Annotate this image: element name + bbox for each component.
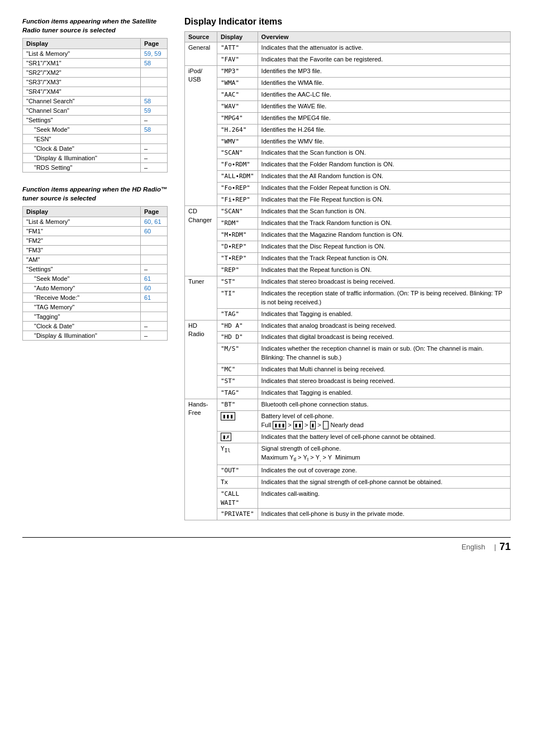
source-cell: CD Changer bbox=[185, 206, 217, 276]
overview-cell: Indicates that the signal strength of ce… bbox=[258, 477, 510, 489]
section2-title: Function items appearing when the HD Rad… bbox=[22, 185, 168, 203]
table-row: "WMA"Identifies the WMA file. bbox=[185, 77, 511, 89]
col-source: Source bbox=[185, 32, 217, 42]
display-cell: ▮✗ bbox=[217, 431, 258, 443]
table-row: "Display & Illumination" bbox=[23, 331, 141, 341]
overview-cell: Indicates whether the reception channel … bbox=[258, 343, 510, 364]
display-cell: "BT" bbox=[217, 399, 258, 411]
display-cell: ▮▮▮ bbox=[217, 411, 258, 432]
display-cell: "RDM" bbox=[217, 218, 258, 229]
display-cell: "ATT" bbox=[217, 42, 258, 54]
overview-cell: Indicates that the Scan function is ON. bbox=[258, 206, 510, 218]
overview-cell: Indicates that the Scan function is ON. bbox=[258, 147, 510, 159]
source-cell: Hands- Free bbox=[185, 399, 217, 520]
table-row: "List & Memory" bbox=[23, 49, 141, 59]
display-cell: "WMV" bbox=[217, 136, 258, 147]
battery-icon: ▮▮▮ bbox=[221, 412, 235, 420]
overview-cell: Identifies the MPEG4 file. bbox=[258, 112, 510, 124]
display-cell: "SCAN" bbox=[217, 147, 258, 159]
table-row: Hands- Free"BT"Bluetooth cell-phone conn… bbox=[185, 399, 511, 411]
overview-cell: Indicates that stereo broadcast is being… bbox=[258, 376, 510, 387]
display-cell: "M/S" bbox=[217, 343, 258, 364]
overview-cell: Battery level of cell-phone.Full ▮▮▮ > ▮… bbox=[258, 411, 510, 432]
page-footer: English | 71 bbox=[22, 537, 511, 553]
section1-title: Function items appearing when the Satell… bbox=[22, 17, 168, 35]
battery-level-text: Full ▮▮▮ > ▮▮ > ▮ > Nearly dead bbox=[261, 422, 364, 428]
source-cell: HD Radio bbox=[185, 320, 217, 399]
page-cell bbox=[141, 87, 168, 97]
overview-cell: Identifies the MP3 file. bbox=[258, 65, 510, 77]
table-row: "RDS Setting" bbox=[23, 163, 141, 173]
display-cell: "MP3" bbox=[217, 65, 258, 77]
overview-cell: Signal strength of cell-phone.Maximum YI… bbox=[258, 443, 510, 465]
col-page-2: Page bbox=[141, 207, 168, 217]
display-cell: "AAC" bbox=[217, 89, 258, 101]
table-row: "TI"Indicates the reception state of tra… bbox=[185, 288, 511, 308]
display-cell: "HD A" bbox=[217, 320, 258, 332]
table-row: "Channel Scan" bbox=[23, 106, 141, 116]
right-heading: Display Indicator items bbox=[184, 17, 511, 27]
table-row: "Display & Illumination" bbox=[23, 154, 141, 163]
display-cell: "ST" bbox=[217, 276, 258, 288]
indicator-table: Source Display Overview General"ATT"Indi… bbox=[184, 31, 511, 520]
table-row: "Seek Mode" bbox=[23, 125, 141, 135]
section2: Function items appearing when the HD Rad… bbox=[22, 185, 168, 341]
table-row: "RDM"Indicates that the Track Random fun… bbox=[185, 218, 511, 229]
overview-cell: Indicates that Tagging is enabled. bbox=[258, 308, 510, 320]
table-row: ▮✗Indicates that the battery level of ce… bbox=[185, 431, 511, 443]
table-row: "HD D"Indicates that digital broadcast i… bbox=[185, 332, 511, 343]
table-row: "Receive Mode:" bbox=[23, 293, 141, 303]
table-row: "Clock & Date" bbox=[23, 144, 141, 154]
section1-table: Display Page "List & Memory"59, 59"SR1"/… bbox=[22, 38, 168, 173]
page-cell: 61 bbox=[141, 293, 168, 303]
table-row: Tuner"ST"Indicates that stereo broadcast… bbox=[185, 276, 511, 288]
display-cell: Tx bbox=[217, 477, 258, 489]
table-row: "H.264"Identifies the H.264 file. bbox=[185, 124, 511, 136]
display-cell: "TAG" bbox=[217, 387, 258, 399]
left-column: Function items appearing when the Satell… bbox=[22, 17, 168, 341]
table-row: ▮▮▮Battery level of cell-phone.Full ▮▮▮ … bbox=[185, 411, 511, 432]
section1: Function items appearing when the Satell… bbox=[22, 17, 168, 173]
table-row: "M•RDM"Indicates that the Magazine Rando… bbox=[185, 229, 511, 241]
table-row: "Auto Memory" bbox=[23, 284, 141, 293]
overview-cell: Indicates that the Disc Repeat function … bbox=[258, 241, 510, 252]
tx-icon: Tx bbox=[221, 479, 228, 486]
footer-page-number: 71 bbox=[499, 541, 511, 553]
overview-cell: Identifies the H.264 file. bbox=[258, 124, 510, 136]
page-cell: 60 bbox=[141, 227, 168, 236]
table-row: "TAG Memory" bbox=[23, 303, 141, 312]
table-row: "Seek Mode" bbox=[23, 274, 141, 284]
table-row: "MPG4"Identifies the MPEG4 file. bbox=[185, 112, 511, 124]
page-cell bbox=[141, 312, 168, 322]
overview-cell: Bluetooth cell-phone connection status. bbox=[258, 399, 510, 411]
table-row: "WMV"Identifies the WMV file. bbox=[185, 136, 511, 147]
display-cell: "ALL•RDM" bbox=[217, 171, 258, 183]
table-row: "Fo•REP"Indicates that the Folder Repeat… bbox=[185, 183, 511, 194]
display-cell: "TI" bbox=[217, 288, 258, 308]
overview-cell: Indicates that the attenuator is active. bbox=[258, 42, 510, 54]
display-cell: YIl bbox=[217, 443, 258, 465]
overview-cell: Indicates that the battery level of cell… bbox=[258, 431, 510, 443]
display-cell: "WMA" bbox=[217, 77, 258, 89]
overview-cell: Indicates that the Folder Repeat functio… bbox=[258, 183, 510, 194]
display-cell: "MC" bbox=[217, 364, 258, 376]
table-row: "D•REP"Indicates that the Disc Repeat fu… bbox=[185, 241, 511, 252]
table-row: "FM1" bbox=[23, 227, 141, 236]
right-column: Display Indicator items Source Display O… bbox=[184, 17, 511, 520]
page-cell bbox=[141, 236, 168, 246]
source-cell: Tuner bbox=[185, 276, 217, 320]
display-cell: "H.264" bbox=[217, 124, 258, 136]
overview-cell: Indicates that the All Random function i… bbox=[258, 171, 510, 183]
col-overview: Overview bbox=[258, 32, 510, 42]
display-cell: "ST" bbox=[217, 376, 258, 387]
page-cell bbox=[141, 135, 168, 144]
table-row: iPod/ USB"MP3"Identifies the MP3 file. bbox=[185, 65, 511, 77]
page-cell: – bbox=[141, 116, 168, 125]
overview-cell: Indicates that digital broadcast is bein… bbox=[258, 332, 510, 343]
signal-level-text: Maximum YIl > YI > Y, > Y Minimum bbox=[261, 454, 360, 461]
table-row: HD Radio"HD A"Indicates that analog broa… bbox=[185, 320, 511, 332]
table-row: "SR1"/"XM1" bbox=[23, 59, 141, 68]
page-cell: 59, 59 bbox=[141, 49, 168, 59]
table-row: General"ATT"Indicates that the attenuato… bbox=[185, 42, 511, 54]
overview-cell: Indicates that analog broadcast is being… bbox=[258, 320, 510, 332]
